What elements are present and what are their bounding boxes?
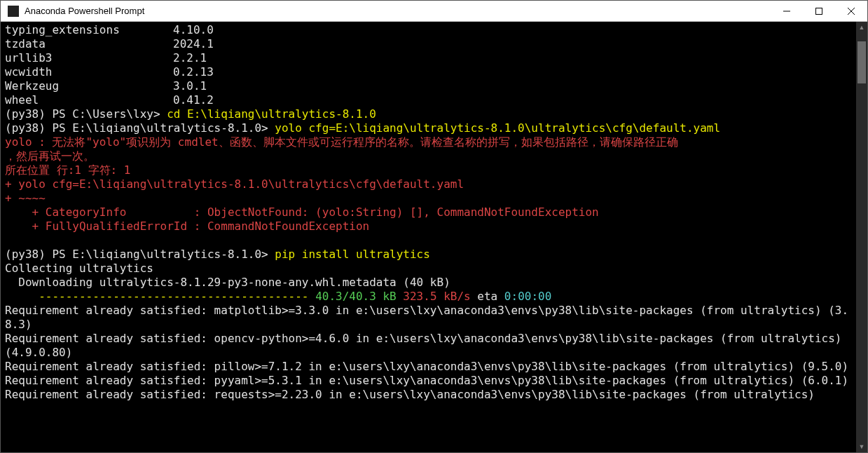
- prompt-path: E:\liqiang\ultralytics-8.1.0>: [72, 248, 275, 261]
- close-button[interactable]: [835, 1, 867, 21]
- error-line: + CategoryInfo : ObjectNotFound: (yolo:S…: [5, 205, 852, 219]
- package-name: urllib3: [5, 51, 173, 65]
- package-version: 4.10.0: [173, 23, 214, 37]
- pip-collecting: Collecting ultralytics: [5, 262, 852, 276]
- prompt-env: (py38) PS: [5, 107, 72, 121]
- terminal-output[interactable]: typing_extensions4.10.0tzdata2024.1urlli…: [1, 22, 856, 452]
- package-name: Werkzeug: [5, 79, 173, 93]
- app-icon: [8, 6, 19, 17]
- pip-requirement: Requirement already satisfied: opencv-py…: [5, 332, 852, 360]
- pip-requirement: Requirement already satisfied: pillow>=7…: [5, 360, 852, 374]
- package-row: wcwidth0.2.13: [5, 65, 852, 79]
- prompt-path: E:\liqiang\ultralytics-8.1.0>: [72, 121, 275, 135]
- vertical-scrollbar[interactable]: ▲ ▼: [856, 22, 867, 452]
- package-version: 0.41.2: [173, 93, 214, 107]
- prompt-line: (py38) PS E:\liqiang\ultralytics-8.1.0> …: [5, 121, 852, 135]
- progress-bar: ----------------------------------------: [39, 290, 315, 303]
- close-icon: [848, 8, 855, 15]
- package-version: 2024.1: [173, 37, 214, 51]
- svg-rect-1: [816, 8, 822, 14]
- progress-done: 40.3/40.3 kB: [315, 290, 397, 303]
- package-version: 0.2.13: [173, 65, 214, 79]
- titlebar: Anaconda Powershell Prompt: [1, 1, 867, 22]
- terminal-area: typing_extensions4.10.0tzdata2024.1urlli…: [1, 22, 867, 452]
- pip-requirement: Requirement already satisfied: requests>…: [5, 388, 852, 402]
- scroll-thumb[interactable]: [857, 41, 866, 83]
- error-line: + ~~~~: [5, 191, 852, 205]
- package-name: tzdata: [5, 37, 173, 51]
- pip-requirement: Requirement already satisfied: pyyaml>=5…: [5, 374, 852, 388]
- scroll-down-icon[interactable]: ▼: [856, 441, 867, 452]
- command-text: yolo cfg=E:\liqiang\ultralytics-8.1.0\ul…: [275, 121, 720, 135]
- progress-eta-label: eta: [471, 290, 504, 303]
- error-line: yolo : 无法将"yolo"项识别为 cmdlet、函数、脚本文件或可运行程…: [5, 135, 852, 149]
- package-row: tzdata2024.1: [5, 37, 852, 51]
- window-title: Anaconda Powershell Prompt: [25, 6, 771, 16]
- prompt-line: (py38) PS E:\liqiang\ultralytics-8.1.0> …: [5, 248, 852, 262]
- package-version: 2.2.1: [173, 51, 207, 65]
- package-name: wheel: [5, 93, 173, 107]
- prompt-path: C:\Users\lxy>: [72, 107, 167, 121]
- window-controls: [771, 1, 867, 21]
- package-version: 3.0.1: [173, 79, 207, 93]
- prompt-env: (py38) PS: [5, 121, 72, 135]
- package-row: Werkzeug3.0.1: [5, 79, 852, 93]
- package-row: urllib32.2.1: [5, 51, 852, 65]
- package-row: wheel0.41.2: [5, 93, 852, 107]
- package-name: typing_extensions: [5, 23, 173, 37]
- prompt-env: (py38) PS: [5, 248, 72, 261]
- progress-eta: 0:00:00: [504, 290, 551, 303]
- progress-speed: 323.5 kB/s: [397, 290, 471, 303]
- package-row: typing_extensions4.10.0: [5, 23, 852, 37]
- error-line: + FullyQualifiedErrorId : CommandNotFoun…: [5, 219, 852, 234]
- prompt-line: (py38) PS C:\Users\lxy> cd E:\liqiang\ul…: [5, 107, 852, 121]
- terminal-window: Anaconda Powershell Prompt typing_extens…: [0, 0, 868, 453]
- command-text: cd E:\liqiang\ultralytics-8.1.0: [167, 107, 376, 121]
- pip-requirement: Requirement already satisfied: matplotli…: [5, 304, 852, 332]
- maximize-button[interactable]: [803, 1, 835, 21]
- pip-downloading: Downloading ultralytics-8.1.29-py3-none-…: [5, 276, 852, 290]
- command-text: pip install ultralytics: [275, 248, 430, 261]
- minimize-icon: [783, 8, 790, 15]
- maximize-icon: [815, 8, 822, 15]
- blank-line: [5, 234, 852, 248]
- progress-prefix: [5, 290, 39, 303]
- minimize-button[interactable]: [771, 1, 803, 21]
- pip-progress: ----------------------------------------…: [5, 290, 852, 304]
- error-line: ，然后再试一次。: [5, 149, 852, 163]
- scroll-up-icon[interactable]: ▲: [856, 22, 867, 33]
- error-line: 所在位置 行:1 字符: 1: [5, 163, 852, 177]
- package-name: wcwidth: [5, 65, 173, 79]
- error-line: + yolo cfg=E:\liqiang\ultralytics-8.1.0\…: [5, 177, 852, 191]
